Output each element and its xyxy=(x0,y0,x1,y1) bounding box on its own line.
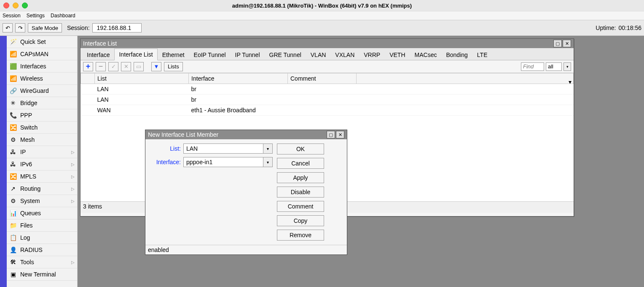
sidebar-item-wireless[interactable]: 📶Wireless xyxy=(7,73,77,85)
interface-list-titlebar[interactable]: Interface List ▢ ✕ xyxy=(80,39,574,48)
sidebar-item-label: Tools xyxy=(20,259,34,265)
tab-gre-tunnel[interactable]: GRE Tunnel xyxy=(265,49,306,60)
sidebar-icon: 🟩 xyxy=(9,62,17,70)
sidebar-item-system[interactable]: ⚙System▷ xyxy=(7,195,77,207)
dlg-disable-button[interactable]: Disable xyxy=(277,187,324,198)
disable-button[interactable]: ✕ xyxy=(121,62,131,71)
sidebar-item-quick-set[interactable]: 🪄Quick Set xyxy=(7,36,77,48)
tab-eoip-tunnel[interactable]: EoIP Tunnel xyxy=(189,49,231,60)
sidebar-item-ipv6[interactable]: 🖧IPv6▷ xyxy=(7,158,77,171)
sidebar-icon: 📊 xyxy=(9,209,17,217)
tab-ethernet[interactable]: Ethernet xyxy=(158,49,189,60)
sidebar-icon: ✳ xyxy=(9,99,17,107)
dlg-iface-dropdown-icon[interactable]: ▾ xyxy=(263,157,273,167)
table-row[interactable]: WANeth1 - Aussie Broadband xyxy=(81,105,574,116)
table-row[interactable]: LANbr xyxy=(81,95,574,105)
filter-all-dropdown-icon[interactable]: ▾ xyxy=(564,62,571,71)
sidebar-item-label: Mesh xyxy=(20,136,35,143)
sidebar-item-label: WireGuard xyxy=(20,87,49,94)
interface-list-close-icon[interactable]: ✕ xyxy=(563,40,571,47)
interface-list-max-icon[interactable]: ▢ xyxy=(553,40,562,47)
sidebar-item-ppp[interactable]: 📞PPP xyxy=(7,109,77,122)
sidebar-item-interfaces[interactable]: 🟩Interfaces xyxy=(7,60,77,73)
dlg-remove-button[interactable]: Remove xyxy=(277,230,324,241)
tab-vrrp[interactable]: VRRP xyxy=(359,49,385,60)
sidebar-item-wireguard[interactable]: 🔗WireGuard xyxy=(7,85,77,97)
col-extra[interactable]: ▾ xyxy=(357,73,574,84)
session-value[interactable]: 192.168.88.1 xyxy=(92,23,142,32)
new-member-close-icon[interactable]: ✕ xyxy=(336,131,344,138)
col-comment[interactable]: Comment xyxy=(288,73,357,84)
enable-button[interactable]: ✓ xyxy=(108,62,118,71)
add-button[interactable]: + xyxy=(83,62,93,71)
col-flag[interactable] xyxy=(81,73,95,84)
lists-button[interactable]: Lists xyxy=(164,62,183,71)
table-row[interactable]: LANbr xyxy=(81,84,574,95)
col-interface[interactable]: Interface xyxy=(189,73,288,84)
tab-interface-list[interactable]: Interface List xyxy=(114,49,157,60)
col-menu-icon[interactable]: ▾ xyxy=(569,79,572,85)
submenu-arrow-icon: ▷ xyxy=(71,260,75,265)
dlg-list-input[interactable] xyxy=(183,144,263,154)
sidebar-item-capsman[interactable]: 📶CAPsMAN xyxy=(7,48,77,60)
sidebar-item-label: Routing xyxy=(20,185,40,192)
sidebar-item-queues[interactable]: 📊Queues xyxy=(7,207,77,219)
sidebar-icon: 📋 xyxy=(9,234,17,241)
tab-ip-tunnel[interactable]: IP Tunnel xyxy=(231,49,265,60)
sidebar-item-label: CAPsMAN xyxy=(20,51,48,57)
new-member-max-icon[interactable]: ▢ xyxy=(327,131,335,138)
new-member-dialog: New Interface List Member ▢ ✕ List: ▾ In xyxy=(145,130,347,255)
sidebar-icon: 📞 xyxy=(9,111,17,119)
tab-veth[interactable]: VETH xyxy=(385,49,410,60)
submenu-arrow-icon: ▷ xyxy=(71,174,75,179)
sidebar-item-new-terminal[interactable]: ▣New Terminal xyxy=(7,268,77,281)
redo-button[interactable]: ↷ xyxy=(15,23,25,32)
dlg-apply-button[interactable]: Apply xyxy=(277,172,324,183)
menu-dashboard[interactable]: Dashboard xyxy=(51,13,75,19)
sidebar-item-files[interactable]: 📁Files xyxy=(7,219,77,232)
tab-interface[interactable]: Interface xyxy=(82,49,114,60)
side-accent-bar xyxy=(0,36,7,287)
interface-list-tabs: InterfaceInterface ListEthernetEoIP Tunn… xyxy=(80,48,574,60)
filter-button[interactable]: ▼ xyxy=(151,62,161,71)
undo-button[interactable]: ↶ xyxy=(3,23,13,32)
dlg-copy-button[interactable]: Copy xyxy=(277,215,324,226)
sidebar-item-routing[interactable]: ↗Routing▷ xyxy=(7,183,77,195)
sidebar-item-switch[interactable]: 🔀Switch xyxy=(7,122,77,134)
menu-session[interactable]: Session xyxy=(3,13,21,19)
find-input[interactable] xyxy=(521,62,544,71)
sidebar-item-bridge[interactable]: ✳Bridge xyxy=(7,97,77,109)
dlg-list-dropdown-icon[interactable]: ▾ xyxy=(263,144,273,154)
tab-vxlan[interactable]: VXLAN xyxy=(330,49,359,60)
sidebar-item-log[interactable]: 📋Log xyxy=(7,232,77,244)
check-icon: ✓ xyxy=(111,63,116,70)
dlg-iface-label: Interface: xyxy=(150,159,181,165)
tab-bonding[interactable]: Bonding xyxy=(441,49,472,60)
sidebar-item-mpls[interactable]: 🔀MPLS▷ xyxy=(7,171,77,183)
tab-lte[interactable]: LTE xyxy=(472,49,492,60)
dlg-cancel-button[interactable]: Cancel xyxy=(277,158,324,169)
filter-all-select[interactable]: all xyxy=(546,62,562,71)
submenu-arrow-icon: ▷ xyxy=(71,150,75,154)
col-list[interactable]: List xyxy=(95,73,189,84)
menu-settings[interactable]: Settings xyxy=(27,13,45,19)
sidebar-item-ip[interactable]: 🖧IP▷ xyxy=(7,146,77,158)
sidebar-icon: 🔀 xyxy=(9,124,17,131)
sidebar-icon: 🔀 xyxy=(9,173,17,180)
remove-button[interactable]: − xyxy=(96,62,106,71)
dlg-iface-input[interactable] xyxy=(183,157,263,167)
interface-list-title: Interface List xyxy=(83,40,117,47)
comment-button[interactable]: ▭ xyxy=(134,62,144,71)
new-member-status: enabled xyxy=(145,245,347,255)
dlg-comment-button[interactable]: Comment xyxy=(277,201,324,212)
tab-vlan[interactable]: VLAN xyxy=(306,49,331,60)
sidebar-item-mesh[interactable]: ⚙Mesh xyxy=(7,134,77,146)
sidebar-item-label: Queues xyxy=(20,210,41,217)
sidebar-item-tools[interactable]: 🛠Tools▷ xyxy=(7,256,77,268)
tab-macsec[interactable]: MACsec xyxy=(410,49,442,60)
sidebar-item-radius[interactable]: 👤RADIUS xyxy=(7,244,77,256)
dlg-ok-button[interactable]: OK xyxy=(277,144,324,154)
safe-mode-button[interactable]: Safe Mode xyxy=(28,23,62,32)
new-member-titlebar[interactable]: New Interface List Member ▢ ✕ xyxy=(145,130,347,139)
new-member-title: New Interface List Member xyxy=(148,131,218,138)
